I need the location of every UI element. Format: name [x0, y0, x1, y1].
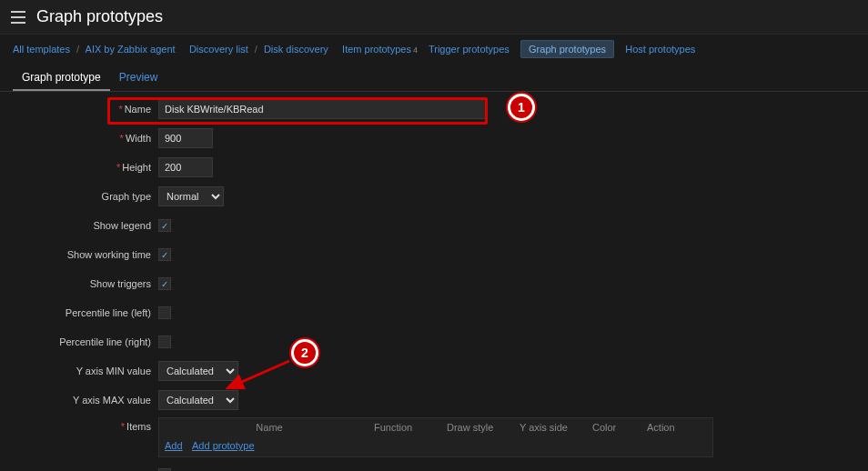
label-percentile-left: Percentile line (left)	[13, 307, 158, 318]
percentile-right-checkbox[interactable]	[158, 336, 171, 348]
bc-all-templates[interactable]: All templates	[13, 44, 70, 55]
show-legend-checkbox[interactable]: ✓	[158, 219, 171, 232]
menu-icon[interactable]	[11, 11, 25, 24]
items-col-name: Name	[165, 422, 374, 433]
items-add-link[interactable]: Add	[165, 440, 183, 451]
page-title: Graph prototypes	[36, 7, 163, 26]
label-show-legend: Show legend	[13, 220, 158, 231]
label-show-working-time: Show working time	[13, 249, 158, 260]
height-field[interactable]	[158, 157, 213, 177]
graph-type-select[interactable]: Normal	[158, 186, 224, 206]
show-triggers-checkbox[interactable]: ✓	[158, 277, 171, 290]
items-col-function: Function	[374, 422, 447, 433]
bc-trigger-prototypes[interactable]: Trigger prototypes	[429, 44, 510, 55]
bc-template[interactable]: AIX by Zabbix agent	[86, 44, 176, 55]
items-col-action: Action	[647, 422, 701, 433]
y-max-select[interactable]: Calculated	[158, 390, 238, 410]
items-add-prototype-link[interactable]: Add prototype	[192, 440, 255, 451]
label-y-min: Y axis MIN value	[13, 366, 158, 376]
bc-host-prototypes[interactable]: Host prototypes	[625, 44, 695, 55]
bc-graph-prototypes[interactable]: Graph prototypes	[520, 40, 614, 58]
name-field[interactable]	[158, 99, 486, 119]
label-percentile-right: Percentile line (right)	[13, 336, 158, 347]
tab-preview[interactable]: Preview	[110, 64, 167, 91]
label-y-max: Y axis MAX value	[13, 395, 158, 406]
percentile-left-checkbox[interactable]	[158, 306, 171, 319]
breadcrumb: All templates / AIX by Zabbix agent Disc…	[0, 35, 868, 64]
y-min-select[interactable]: Calculated	[158, 361, 238, 381]
bc-sep: /	[255, 44, 257, 55]
bc-sep: /	[76, 44, 79, 55]
items-table: Name Function Draw style Y axis side Col…	[158, 417, 713, 457]
label-show-triggers: Show triggers	[13, 278, 158, 289]
bc-item-prototypes[interactable]: Item prototypes4	[342, 44, 418, 55]
items-col-y-axis-side: Y axis side	[520, 422, 592, 433]
width-field[interactable]	[158, 128, 213, 148]
items-col-draw-style: Draw style	[447, 422, 520, 433]
bc-discovery-rule[interactable]: Disk discovery	[264, 44, 328, 55]
label-width: Width	[126, 133, 151, 144]
label-height: Height	[122, 162, 151, 173]
bc-discovery-list[interactable]: Discovery list	[189, 44, 248, 55]
label-items: Items	[126, 421, 151, 432]
label-graph-type: Graph type	[13, 191, 158, 202]
show-working-time-checkbox[interactable]: ✓	[158, 248, 171, 261]
tab-graph-prototype[interactable]: Graph prototype	[13, 64, 110, 91]
items-col-color: Color	[592, 422, 647, 433]
label-name: Name	[125, 104, 151, 115]
